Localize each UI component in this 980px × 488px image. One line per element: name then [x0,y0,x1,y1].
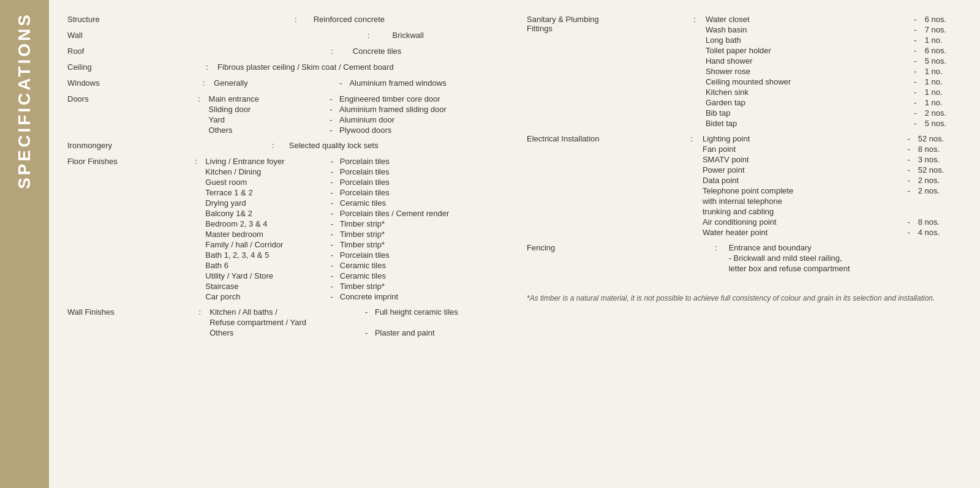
sanitary-item-qty-2: 1 no. [925,36,962,46]
list-item: Hand shower - 5 nos. [706,56,962,67]
list-item: Others - Plaster and paint [209,328,502,339]
list-item: Living / Entrance foyer - Porcelain tile… [205,157,502,167]
electrical-item-qty-7 [918,207,962,217]
floor-finishes-sub-table: Living / Entrance foyer - Porcelain tile… [205,157,502,302]
sanitary-item-qty-5: 1 no. [925,67,962,77]
structure-block: Structure : Reinforced concrete [67,15,502,26]
electrical-item-name-4: Data point [703,176,907,186]
windows-label: Windows [67,78,203,89]
windows-block: Windows : Generally - Aluminium framed w… [67,78,502,89]
electrical-item-name-7: trunking and cabling [703,207,907,217]
floor-sub-label-2: Guest room [205,178,330,188]
list-item: Data point - 2 nos. [703,176,962,186]
sanitary-item-qty-6: 1 no. [925,77,962,88]
electrical-item-qty-4: 2 nos. [918,176,962,186]
floor-sub-value-13: Concrete imprint [340,292,502,302]
list-item: Shower rose - 1 no. [706,67,962,77]
list-item: letter box and refuse compartment [729,264,962,274]
list-item: SMATV point - 3 nos. [703,155,962,165]
fencing-items: Entrance and boundary- Brickwall and mil… [729,243,962,274]
doors-sub-value-0: Engineered timber core door [339,94,502,105]
electrical-item-qty-5: 2 nos. [918,186,962,197]
list-item: Bath 1, 2, 3, 4 & 5 - Porcelain tiles [205,250,502,261]
ceiling-block: Ceiling : Fibrous plaster ceiling / Skim… [67,62,502,73]
floor-finishes-label: Floor Finishes [67,157,195,302]
wall-finishes-block: Wall Finishes : Kitchen / All baths / - … [67,307,502,339]
doors-sub-value-1: Aluminium framed sliding door [339,105,502,115]
sanitary-block: Sanitary & Plumbing Fittings : Water clo… [527,15,962,129]
sanitary-item-name-4: Hand shower [706,56,914,67]
floor-sub-value-10: Ceramic tiles [340,261,502,271]
left-column: Structure : Reinforced concrete Wall : B… [67,15,502,473]
wall-label: Wall [67,31,368,42]
doors-sub-value-2: Aluminium door [339,115,502,126]
floor-sub-label-4: Drying yard [205,198,330,209]
list-item: Bath 6 - Ceramic tiles [205,261,502,271]
floor-sub-value-9: Porcelain tiles [340,250,502,261]
doors-label: Doors [67,94,198,136]
list-item: Bidet tap - 5 nos. [706,119,962,129]
list-item: Guest room - Porcelain tiles [205,178,502,188]
floor-sub-value-8: Timber strip* [340,240,502,250]
right-column: Sanitary & Plumbing Fittings : Water clo… [527,15,962,473]
list-item: Staircase - Timber strip* [205,282,502,292]
electrical-item-name-1: Fan point [703,145,907,155]
sanitary-item-qty-8: 1 no. [925,98,962,108]
electrical-item-qty-1: 8 nos. [918,145,962,155]
electrical-item-name-8: Air conditioning point [703,217,907,228]
list-item: Entrance and boundary [729,243,962,253]
ceiling-value: Fibrous plaster ceiling / Skim coat / Ce… [217,62,502,73]
floor-finishes-block: Floor Finishes : Living / Entrance foyer… [67,157,502,302]
electrical-label: Electrical Installation [527,134,686,143]
doors-sub-label-2: Yard [209,115,330,126]
ironmongery-block: Ironmongery : Selected quality lock sets [67,141,502,152]
sanitary-item-name-1: Wash basin [706,25,914,36]
sanitary-item-qty-10: 5 nos. [925,119,962,129]
list-item: with internal telephone [703,197,962,207]
doors-block: Doors : Main entrance - Engineered timbe… [67,94,502,136]
floor-sub-value-0: Porcelain tiles [340,157,502,167]
floor-sub-label-8: Family / hall / Corridor [205,240,330,250]
sanitary-item-name-5: Shower rose [706,67,914,77]
floor-sub-value-4: Ceramic tiles [340,198,502,209]
list-item: Fan point - 8 nos. [703,145,962,155]
sanitary-item-qty-4: 5 nos. [925,56,962,67]
sanitary-item-name-2: Long bath [706,36,914,46]
wall-sub-value-1 [375,318,502,328]
list-item: Yard - Aluminium door [209,115,502,126]
list-item: Main entrance - Engineered timber core d… [209,94,502,105]
floor-sub-value-6: Timber strip* [340,219,502,230]
floor-sub-label-5: Balcony 1& 2 [205,209,330,219]
list-item: Master bedroom - Timber strip* [205,230,502,240]
list-item: Kitchen / All baths / - Full height cera… [209,307,502,318]
doors-sub-label-0: Main entrance [209,94,330,105]
list-item: Wash basin - 7 nos. [706,25,962,36]
electrical-item-qty-8: 8 nos. [918,217,962,228]
wall-sub-label-1: Refuse compartment / Yard [209,318,365,328]
floor-sub-label-7: Master bedroom [205,230,330,240]
wall-sub-value-2: Plaster and paint [375,328,502,339]
sanitary-item-qty-3: 6 nos. [925,46,962,56]
list-item: Lighting point - 52 nos. [703,134,962,145]
doors-sub-table: Main entrance - Engineered timber core d… [209,94,502,136]
roof-value: Concrete tiles [353,47,502,58]
list-item: Kitchen / Dining - Porcelain tiles [205,167,502,178]
windows-sub-label-0: Generally [214,78,339,89]
floor-sub-label-6: Bedroom 2, 3 & 4 [205,219,330,230]
list-item: Power point - 52 nos. [703,165,962,176]
doors-sub-value-3: Plywood doors [339,126,502,136]
list-item: Sliding door - Aluminium framed sliding … [209,105,502,115]
electrical-item-qty-9: 4 nos. [918,228,962,238]
sanitary-item-name-9: Bib tap [706,108,914,119]
floor-sub-value-12: Timber strip* [340,282,502,292]
list-item: Drying yard - Ceramic tiles [205,198,502,209]
list-item: Generally - Aluminium framed windows [214,78,502,89]
structure-value: Reinforced concrete [314,15,502,26]
floor-sub-label-10: Bath 6 [205,261,330,271]
floor-sub-label-9: Bath 1, 2, 3, 4 & 5 [205,250,330,261]
sanitary-item-name-7: Kitchen sink [706,88,914,98]
list-item: Long bath - 1 no. [706,36,962,46]
electrical-item-name-2: SMATV point [703,155,907,165]
list-item: - Brickwall and mild steel railing, [729,253,962,264]
doors-sub-label-3: Others [209,126,330,136]
